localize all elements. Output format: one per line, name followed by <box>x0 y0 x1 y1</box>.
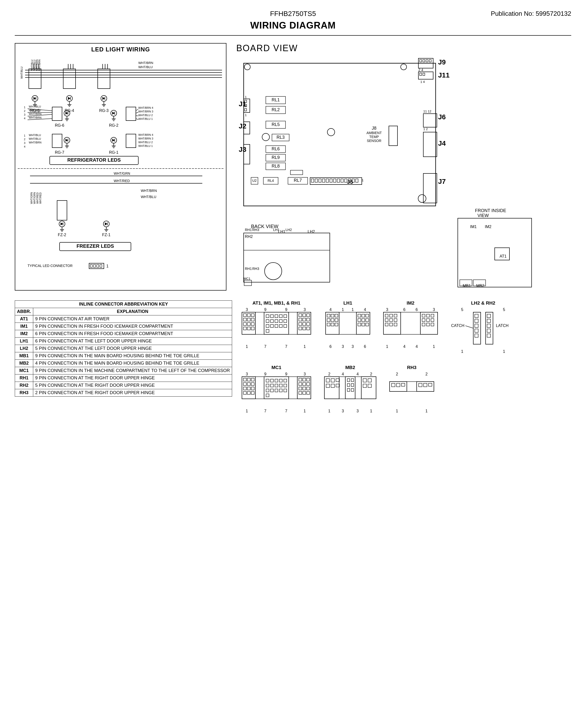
svg-text:MC1: MC1 <box>244 277 250 281</box>
svg-rect-151 <box>89 263 104 269</box>
svg-text:WHT/RED: WHT/RED <box>39 192 42 204</box>
svg-rect-276 <box>244 327 246 330</box>
svg-text:4: 4 <box>403 344 406 348</box>
svg-rect-381 <box>475 324 478 328</box>
abbrev-row: MC19 PIN CONNECTION IN THE MACHINE COMPA… <box>15 367 232 374</box>
svg-rect-278 <box>251 327 254 330</box>
svg-text:J6: J6 <box>438 113 446 121</box>
svg-text:WHT/BRN: WHT/BRN <box>29 116 41 119</box>
board-view-area: BOARD VIEW J9 J11 2 4 1 4 <box>236 43 581 291</box>
svg-text:RL4: RL4 <box>267 179 274 183</box>
svg-text:J2: J2 <box>239 122 246 130</box>
connector-mc1: MC1 3 9 9 3 <box>239 365 313 417</box>
svg-line-391 <box>465 326 473 328</box>
svg-text:WHT/GRN: WHT/GRN <box>114 172 130 176</box>
svg-rect-159 <box>419 59 422 62</box>
at1-svg: 3 9 9 3 <box>239 307 313 352</box>
svg-text:1: 1 <box>246 409 248 413</box>
svg-rect-302 <box>275 319 278 322</box>
svg-text:WHT/BLU 2: WHT/BLU 2 <box>138 114 153 116</box>
svg-rect-378 <box>473 312 481 344</box>
svg-text:1: 1 <box>386 344 388 348</box>
svg-rect-327 <box>331 323 334 326</box>
svg-rect-429 <box>275 379 278 382</box>
svg-rect-389 <box>487 334 490 337</box>
abbrev-code: LH2 <box>15 345 33 352</box>
svg-text:9: 9 <box>285 308 287 312</box>
lh2-rh2-svg: 5 5 CATCH <box>449 307 517 357</box>
svg-text:VIEW: VIEW <box>478 213 489 218</box>
svg-rect-225 <box>337 179 340 182</box>
connector-lh2-rh2: LH2 & RH2 5 5 CATCH <box>449 301 517 358</box>
svg-text:WHT/BRN 3: WHT/BRN 3 <box>138 137 153 140</box>
svg-rect-155 <box>100 264 102 267</box>
svg-rect-274 <box>247 322 250 326</box>
abbrev-row: IM19 PIN CONNECTION IN FRESH FOOD ICEMAK… <box>15 323 232 330</box>
svg-rect-387 <box>487 324 490 328</box>
svg-rect-402 <box>244 383 246 386</box>
svg-rect-288 <box>307 322 310 326</box>
main-diagrams: LED LIGHT WIRING <box>15 43 571 291</box>
svg-rect-359 <box>421 312 438 334</box>
connector-rh3: RH3 2 2 <box>387 365 436 417</box>
abbrev-row: MB19 PIN CONNECTION IN THE MAIN BOARD HO… <box>15 352 232 360</box>
svg-text:FRONT INSIDE: FRONT INSIDE <box>475 208 506 213</box>
svg-rect-336 <box>358 323 361 326</box>
svg-rect-460 <box>368 379 372 382</box>
model-number: FFHB2750TS5 <box>200 10 386 18</box>
svg-rect-129 <box>57 201 67 220</box>
svg-rect-432 <box>266 384 269 387</box>
svg-rect-199 <box>423 132 437 157</box>
svg-point-233 <box>418 194 426 203</box>
svg-rect-433 <box>271 384 274 387</box>
svg-rect-268 <box>247 314 250 317</box>
lh1-svg: 4 1 1 4 <box>323 307 373 352</box>
svg-text:WHT/BLU: WHT/BLU <box>29 105 41 108</box>
svg-rect-363 <box>422 319 425 321</box>
svg-rect-282 <box>307 314 310 317</box>
svg-rect-361 <box>427 314 430 317</box>
svg-text:IM1: IM1 <box>470 225 477 229</box>
svg-text:1: 1 <box>396 409 398 413</box>
svg-rect-462 <box>368 384 372 388</box>
abbrev-explanation: 9 PIN CONNECTION AT THE RIGHT DOOR UPPER… <box>33 374 232 382</box>
svg-rect-480 <box>397 383 400 387</box>
svg-text:6: 6 <box>416 308 418 312</box>
svg-rect-284 <box>303 318 306 321</box>
svg-rect-470 <box>347 388 350 391</box>
svg-text:4: 4 <box>357 372 359 376</box>
svg-rect-418 <box>299 387 302 390</box>
svg-rect-331 <box>362 314 365 317</box>
svg-marker-22 <box>68 97 70 100</box>
svg-marker-139 <box>105 223 107 225</box>
svg-rect-275 <box>251 322 254 326</box>
connector-im2: IM2 3 6 6 3 <box>382 301 439 353</box>
svg-text:3: 3 <box>433 308 435 312</box>
svg-text:5: 5 <box>461 308 463 312</box>
svg-text:LH2: LH2 <box>285 228 292 232</box>
svg-text:J4: J4 <box>438 139 446 147</box>
svg-rect-227 <box>345 179 347 182</box>
abbreviation-table: INLINE CONNECTOR ABBREVIATION KEYABBR.EX… <box>15 301 232 397</box>
svg-rect-267 <box>244 314 246 317</box>
svg-text:2: 2 <box>328 372 331 376</box>
svg-rect-484 <box>424 383 427 387</box>
svg-rect-434 <box>275 384 278 387</box>
abbrev-explanation: 5 PIN CONNECTION AT THE RIGHT DOOR UPPER… <box>33 382 232 389</box>
svg-text:WHT/BLU: WHT/BLU <box>138 65 153 69</box>
abbrev-explanation: 9 PIN CONNECTION IN THE MACHINE COMPARTM… <box>33 367 232 374</box>
abbrev-explanation: 4 PIN CONNECTION IN THE MAIN BOARD HOUSI… <box>33 360 232 367</box>
svg-rect-440 <box>279 389 282 392</box>
svg-text:1: 1 <box>352 308 354 312</box>
svg-rect-456 <box>331 384 334 388</box>
bottom-section: INLINE CONNECTOR ABBREVIATION KEYABBR.EX… <box>15 301 571 417</box>
svg-rect-436 <box>284 384 287 387</box>
svg-text:2: 2 <box>396 372 398 376</box>
svg-rect-161 <box>426 59 428 62</box>
abbrev-row: LH25 PIN CONNECTION AT THE LEFT DOOR UPP… <box>15 345 232 352</box>
svg-text:1: 1 <box>362 178 363 182</box>
svg-text:WHT/BLU 2: WHT/BLU 2 <box>138 141 153 144</box>
svg-rect-306 <box>271 324 274 328</box>
svg-text:LH2: LH2 <box>308 230 315 234</box>
svg-rect-411 <box>297 377 311 399</box>
